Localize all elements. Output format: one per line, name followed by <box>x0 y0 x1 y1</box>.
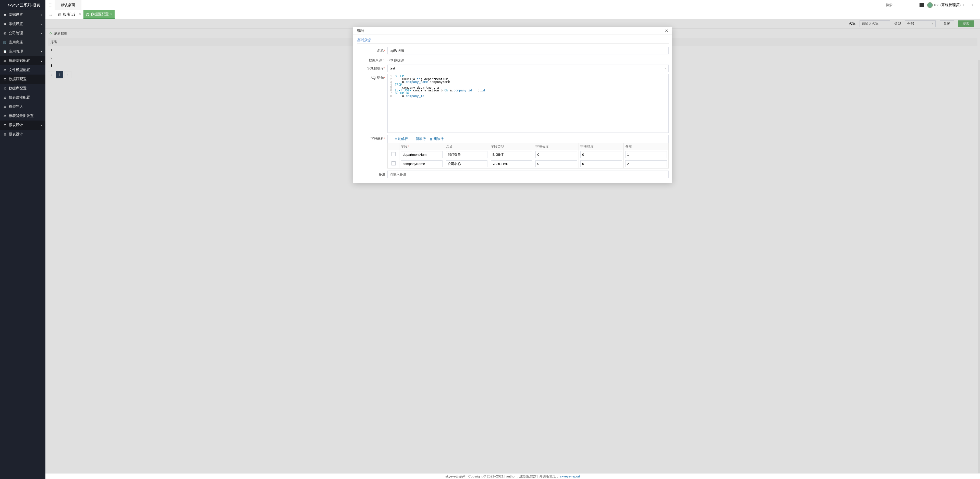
code-area[interactable]: SELECT COUNT(a.id) departmentNum, b.comp… <box>393 74 668 133</box>
tab[interactable]: ⚖数据源配置✕ <box>83 10 115 19</box>
chevron-down-icon: ▾ <box>41 23 42 26</box>
fullscreen-button[interactable] <box>920 3 924 7</box>
label-sql-stmt: SQL语句* <box>357 74 387 80</box>
default-desktop-tab[interactable]: 默认桌面 <box>55 0 81 10</box>
sidebar-item[interactable]: ✿系统设置▾ <box>0 19 45 29</box>
chevron-down-icon: ▼ <box>962 3 965 6</box>
tab-label: 数据源配置 <box>91 12 109 17</box>
chevron-up-icon: ▴ <box>41 124 42 127</box>
tab-icon: ▤ <box>58 13 62 17</box>
field-cell-input[interactable] <box>535 151 577 158</box>
sidebar-subitem[interactable]: ⚖数据库配置 <box>0 84 45 93</box>
field-table: 字段*含义字段类型字段长度字段精度备注 <box>387 143 669 169</box>
field-cell-input[interactable] <box>491 160 532 167</box>
menu-label: 报表基础配置 <box>9 59 30 63</box>
sidebar-subitem[interactable]: ⚖模型导入 <box>0 102 45 111</box>
sidebar-item[interactable]: ■基础设置▾ <box>0 10 45 19</box>
row-checkbox[interactable] <box>391 161 396 166</box>
field-row <box>388 159 669 169</box>
modal-body: 基础信息 名称* 数据来源： SQL数据源 SQL数据库* <box>353 35 672 183</box>
footer-link[interactable]: skyeye-report <box>560 474 580 478</box>
delete-row-button[interactable]: 🗑删除行 <box>429 137 444 141</box>
menu-icon: ⚖ <box>3 114 6 118</box>
sidebar-subitem[interactable]: ⚖报表属性配置 <box>0 93 45 102</box>
menu-label: 系统设置 <box>9 22 23 26</box>
label-field-parse: 字段解析* <box>357 135 387 141</box>
menu-label: 模型导入 <box>9 104 23 109</box>
field-cell-input[interactable] <box>491 151 532 158</box>
select-all-header <box>388 143 399 150</box>
menu-icon: ✿ <box>3 22 6 26</box>
label-name: 名称* <box>357 47 387 53</box>
topbar-left: ☰ 默认桌面 <box>45 0 81 10</box>
topbar-right: root(系统管理员) ▼ ▼ <box>886 0 980 10</box>
field-cell-input[interactable] <box>446 160 487 167</box>
field-header: 含义 <box>444 143 489 150</box>
menu-icon: ■ <box>3 13 6 17</box>
menu-label: 数据源配置 <box>9 77 27 81</box>
sidebar-item[interactable]: 🛒应用商店 <box>0 38 45 47</box>
tab-icon: ⚖ <box>86 12 89 16</box>
field-cell-input[interactable] <box>446 151 487 158</box>
global-search-input[interactable] <box>886 3 916 7</box>
field-cell-input[interactable] <box>401 151 442 158</box>
menu-label: 应用管理 <box>9 49 23 54</box>
label-data-from: 数据来源： <box>357 56 387 62</box>
edit-modal: 编辑 ✕ 基础信息 名称* 数据来源： SQL数据源 <box>353 27 672 183</box>
sidebar-item[interactable]: ◎公司管理▾ <box>0 29 45 38</box>
sql-db-value: test <box>390 66 395 70</box>
field-cell-input[interactable] <box>625 160 667 167</box>
field-cell-input[interactable] <box>625 151 667 158</box>
trash-icon: 🗑 <box>429 137 433 141</box>
more-button[interactable]: ▼ <box>968 0 977 10</box>
chevron-down-icon: ▾ <box>665 67 667 70</box>
menu-label: 报表设计 <box>9 123 23 128</box>
close-icon: ✕ <box>665 28 668 33</box>
content: 名称 类型 全部 ▾ 重置 搜索 ⟳ 刷新数据 序号名称 1sql数2接口3XM… <box>45 19 980 479</box>
menu-icon: ▤ <box>3 133 6 136</box>
menu-label: 数据库配置 <box>9 86 27 91</box>
sidebar-item[interactable]: 📋应用管理▾ <box>0 47 45 56</box>
user-menu[interactable]: root(系统管理员) ▼ <box>927 2 965 8</box>
sidebar-item[interactable]: ⚖报表基础配置▴ <box>0 56 45 65</box>
field-header: 字段类型 <box>489 143 534 150</box>
label-sql-db: SQL数据库* <box>357 65 387 71</box>
sidebar-subitem[interactable]: ⚖数据源配置 <box>0 75 45 84</box>
sidebar-item[interactable]: ⚖报表设计▴ <box>0 121 45 130</box>
tab-close-button[interactable]: ✕ <box>79 13 81 16</box>
menu-icon: ⚖ <box>3 77 6 81</box>
field-header: 备注 <box>624 143 669 150</box>
modal-title: 编辑 <box>357 29 364 33</box>
menu-icon: ⚖ <box>3 86 6 90</box>
sidebar-subitem[interactable]: ⚖报表背景图设置 <box>0 111 45 121</box>
add-row-button[interactable]: ＋新增行 <box>411 137 426 141</box>
remark-input[interactable] <box>387 171 669 178</box>
field-header: 字段精度 <box>579 143 624 150</box>
menu-label: 文件模型配置 <box>9 68 30 72</box>
field-cell-input[interactable] <box>580 151 622 158</box>
home-icon: ⌂ <box>49 13 52 17</box>
menu-toggle-button[interactable]: ☰ <box>45 0 55 10</box>
sidebar-subitem[interactable]: ▤报表设计 <box>0 130 45 139</box>
scrollbar[interactable] <box>978 60 980 474</box>
avatar <box>927 2 933 8</box>
sql-db-select[interactable]: test ▾ <box>387 65 669 72</box>
field-cell-input[interactable] <box>401 160 442 167</box>
modal-close-button[interactable]: ✕ <box>664 29 669 33</box>
field-cell-input[interactable] <box>580 160 622 167</box>
menu-icon: ⚖ <box>3 96 6 99</box>
menu-label: 公司管理 <box>9 31 23 35</box>
sidebar-subitem[interactable]: ⚖文件模型配置 <box>0 65 45 75</box>
home-tab[interactable]: ⌂ <box>45 10 56 19</box>
field-cell-input[interactable] <box>535 160 577 167</box>
chevron-down-icon: ▾ <box>41 14 42 16</box>
sql-editor[interactable]: 12345678 SELECT COUNT(a.id) departmentNu… <box>387 74 669 133</box>
tab[interactable]: ▤报表设计✕ <box>56 10 83 19</box>
tab-close-button[interactable]: ✕ <box>110 13 113 16</box>
menu-label: 应用商店 <box>9 40 23 45</box>
modal-section-title: 基础信息 <box>357 38 669 44</box>
auto-parse-button[interactable]: ＋自动解析 <box>390 137 408 141</box>
name-input[interactable] <box>387 47 669 54</box>
tabbar: ⌂ ▤报表设计✕⚖数据源配置✕ <box>45 10 980 19</box>
row-checkbox[interactable] <box>391 152 396 156</box>
